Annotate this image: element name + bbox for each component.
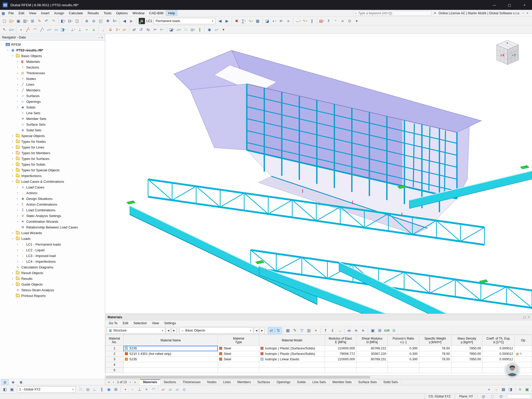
tree-item-special-objects[interactable]: ›Special Objects — [0, 133, 105, 139]
surface-support-icon[interactable]: ≡ — [90, 26, 97, 33]
tree-item-printout-reports[interactable]: Printout Reports — [0, 293, 105, 299]
tree-chevron[interactable]: › — [16, 88, 19, 92]
member-load-icon[interactable]: ⇓▾ — [114, 26, 121, 33]
cell-material-name[interactable] — [123, 368, 218, 373]
tree-chevron[interactable]: › — [16, 77, 19, 80]
clip-box-icon[interactable]: ▦ — [500, 386, 507, 393]
tree-chevron[interactable]: › — [11, 180, 15, 183]
freeze-columns-icon[interactable]: ▣ — [369, 327, 376, 334]
cell-thermal-expansion[interactable]: 0.000012 — [482, 346, 514, 351]
materials-close-icon[interactable]: × — [528, 315, 530, 319]
tree-item-types-for-members[interactable]: ›Types for Members — [0, 150, 105, 156]
column-header-material-no[interactable]: MaterialNo. — [105, 335, 124, 346]
tree-item-types-for-special-objects[interactable]: ›Types for Special Objects — [0, 167, 105, 173]
guideline-snap-icon[interactable]: ∥ — [98, 386, 105, 393]
move-copy-icon[interactable]: ⇄ — [131, 26, 137, 33]
notifications-icon[interactable]: ▣ — [524, 386, 530, 393]
tree-item-solids[interactable]: ›◆Solids — [0, 104, 105, 110]
cell-material-no[interactable]: 4 — [105, 362, 124, 368]
edit-mode-icon[interactable]: ✎ — [291, 327, 298, 334]
tree-chevron[interactable]: › — [16, 100, 19, 103]
ribbon-pin-icon[interactable]: ▫ — [523, 11, 524, 15]
pan-view-icon[interactable]: ✚ — [104, 18, 111, 24]
navigator-close-icon[interactable]: × — [101, 36, 103, 39]
tree-chevron[interactable]: › — [11, 145, 14, 149]
tree-item-combination-wizards[interactable]: ›★Combination Wizards — [0, 219, 105, 224]
tree-item-nodes[interactable]: ›•Nodes — [0, 76, 105, 82]
table-tab-openings[interactable]: Openings — [274, 379, 294, 385]
guidelines-icon[interactable]: ∥ — [196, 26, 203, 33]
formula-icon[interactable]: fx — [353, 327, 360, 334]
tree-item-actions[interactable]: ›↓Actions — [0, 190, 105, 196]
select-arrow-icon[interactable]: ↖ — [1, 26, 8, 33]
cell-shear-modulus[interactable] — [356, 368, 388, 373]
search-input[interactable] — [358, 11, 430, 15]
prev-category-button[interactable]: ◀ — [254, 327, 259, 334]
cell-shear-modulus[interactable]: 30387.220 — [356, 351, 388, 357]
tree-chevron[interactable]: › — [16, 105, 19, 109]
permanent-loads-badge[interactable]: G — [139, 18, 145, 24]
cell-options[interactable] — [514, 346, 532, 351]
load-case-selector[interactable]: Permanent loads ▾ — [154, 18, 215, 24]
toolbar2-overflow-icon[interactable]: ▾ — [220, 26, 227, 33]
surface-load-icon[interactable]: ≡▾ — [121, 26, 128, 33]
tree-chevron[interactable]: › — [16, 71, 19, 75]
menu-tools[interactable]: Tools — [101, 10, 114, 16]
cell-material-no[interactable]: 5 — [105, 368, 124, 373]
insert-member-icon[interactable]: ╱▾ — [39, 26, 45, 33]
cell-poisson-ratio[interactable]: 0.300 — [388, 351, 419, 357]
menu-assign[interactable]: Assign — [52, 10, 66, 16]
user-plane-icon[interactable]: ◇ — [181, 386, 188, 393]
cell-poisson-ratio[interactable] — [388, 368, 419, 373]
cell-modulus[interactable]: 79006.772 — [325, 351, 356, 357]
tree-item-design-situations[interactable]: ›◆Design Situations — [0, 196, 105, 201]
tree-chevron[interactable]: › — [16, 197, 19, 200]
tree-item-imperfections[interactable]: ›Imperfections — [0, 173, 105, 179]
tree-item-openings[interactable]: ›▭Openings — [0, 99, 105, 104]
materials-float-icon[interactable]: ▢ — [523, 315, 526, 319]
tree-item-member-sets[interactable]: ≋Member Sets — [0, 116, 105, 121]
line-support-icon[interactable]: ⊥ — [76, 26, 83, 33]
last-table-button[interactable]: » — [133, 380, 137, 384]
go-to-graphic-icon[interactable]: → — [336, 327, 343, 334]
insert-node-icon[interactable]: • — [18, 26, 24, 33]
snap-toggle-icon[interactable]: ◎ — [84, 386, 91, 393]
tree-chevron[interactable]: › — [16, 248, 19, 252]
visibility-window-icon[interactable]: ◉ — [206, 26, 213, 33]
light-icon[interactable]: ☼ — [493, 386, 500, 393]
tree-chevron[interactable]: › — [11, 168, 14, 172]
column-header-material-type[interactable]: MaterialType — [218, 335, 259, 346]
tree-item-lc2-liquid[interactable]: ›↓LC2 - Liquid — [0, 247, 105, 253]
cell-shear-modulus[interactable] — [356, 362, 388, 368]
tree-chevron[interactable]: › — [11, 54, 15, 58]
toolbar-overflow-icon[interactable]: ▾ — [353, 18, 360, 24]
connect-icon[interactable]: ⊢ — [159, 26, 165, 33]
redo-icon[interactable]: ↷ — [50, 18, 57, 24]
tree-chevron[interactable]: › — [6, 49, 10, 52]
tree-item-members[interactable]: ›╱Members — [0, 87, 105, 93]
printout-report-icon[interactable]: ▤▾ — [318, 18, 325, 24]
print-icon[interactable]: ▥▾ — [22, 18, 29, 24]
export-table-icon[interactable]: ⇑ — [322, 327, 329, 334]
cell-material-type[interactable] — [218, 368, 259, 373]
undo-icon[interactable]: ↶ — [43, 18, 50, 24]
user-avatar[interactable] — [505, 362, 520, 377]
panel-toggle-icon[interactable]: ◧ — [2, 386, 8, 393]
work-plane-icon[interactable]: ▱▾ — [175, 26, 182, 33]
tree-chevron[interactable]: › — [16, 254, 19, 258]
shortcuts-icon[interactable]: ≡ — [434, 11, 436, 15]
table-group-selector[interactable]: ▦ Structure ▾ — [107, 327, 165, 334]
copy-icon[interactable]: ⊞ — [29, 18, 36, 24]
navigation-cube[interactable]: +X +Y z — [489, 39, 525, 68]
search-icon[interactable]: ⊙ — [346, 18, 353, 24]
comment-icon[interactable]: ✎▾ — [302, 18, 308, 24]
tree-item-action-combinations[interactable]: ›ΣAction Combinations — [0, 201, 105, 207]
column-header-modulus-of-elast-e-mpa[interactable]: Modulus of Elast.E [MPa] — [325, 335, 356, 346]
column-header-specific-weight-kn-m[interactable]: Specific Weightγ [kN/m³] — [419, 335, 451, 346]
tree-item-lc1-permanent-loads[interactable]: ›↓LC1 - Permanent loads — [0, 241, 105, 247]
screens-icon[interactable]: ▣ — [9, 386, 15, 393]
tree-chevron[interactable]: › — [11, 271, 14, 275]
cell-mass-density[interactable]: 7850.00 — [451, 357, 482, 362]
zoom-window-icon[interactable]: ◰ — [97, 18, 104, 24]
tree-chevron[interactable]: › — [11, 282, 14, 286]
